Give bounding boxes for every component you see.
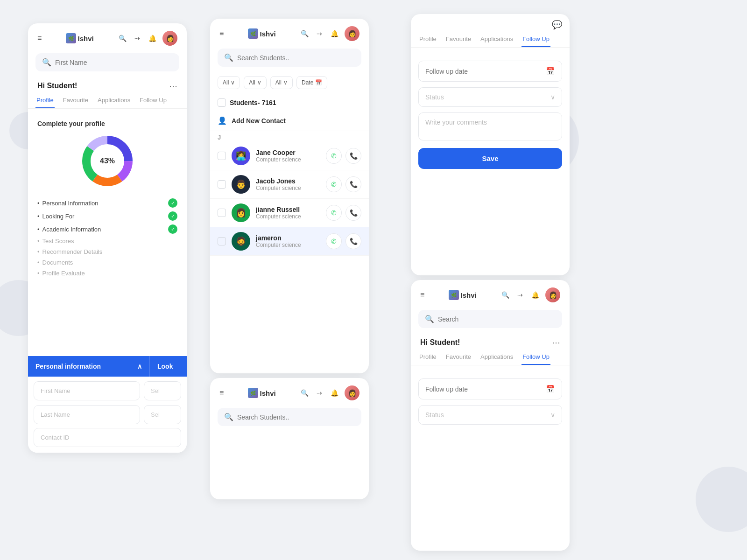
search-input-1[interactable] — [55, 59, 173, 66]
accordion-section: Personal information ∧ Look First Name S… — [28, 356, 187, 453]
search-bar-2[interactable]: 🔍 — [218, 49, 361, 67]
search-bar-5[interactable]: 🔍 — [218, 408, 361, 426]
hamburger-icon-5[interactable]: ≡ — [219, 389, 224, 397]
bell-icon-2[interactable]: 🔔 — [330, 29, 339, 38]
last-name-field[interactable]: Last Name — [34, 405, 140, 424]
avatar-5[interactable]: 👩 — [345, 385, 359, 400]
share-icon-2[interactable]: ⇢ — [315, 29, 324, 38]
student-info-2: jianne Russell Computer science — [256, 206, 320, 220]
follow-up-date-input-4[interactable] — [425, 385, 546, 393]
student-checkbox-1[interactable] — [218, 180, 226, 189]
date-input-row-4[interactable]: 📅 — [418, 378, 562, 399]
search-input-5[interactable] — [237, 413, 355, 421]
status-select-4[interactable]: Status ∨ — [418, 405, 562, 425]
status-select-1[interactable]: Status ∨ — [418, 87, 562, 107]
select-all-checkbox[interactable] — [218, 98, 226, 107]
filter-row: All ∨ All ∨ All ∨ Date 📅 — [210, 72, 369, 95]
date-input-row-1[interactable]: 📅 — [418, 61, 562, 82]
logo-5: 🌿 Ishvi — [248, 388, 276, 398]
tab-followup-3[interactable]: Follow Up — [521, 32, 550, 47]
whatsapp-btn-1[interactable]: ✆ — [326, 176, 342, 192]
donut-percent: 43% — [100, 157, 115, 165]
call-btn-0[interactable]: 📞 — [345, 148, 361, 164]
avatar-1[interactable]: 👩 — [162, 31, 177, 46]
logo-2: 🌿 Ishvi — [248, 28, 276, 39]
search-bar-4[interactable]: 🔍 — [418, 310, 562, 328]
hamburger-icon-4[interactable]: ≡ — [420, 291, 424, 299]
tab-profile-4[interactable]: Profile — [418, 350, 437, 365]
tab-favourite-4[interactable]: Favourite — [445, 350, 472, 365]
student-checkbox-0[interactable] — [218, 152, 226, 160]
bell-icon-1[interactable]: 🔔 — [148, 34, 157, 43]
tab-profile-3[interactable]: Profile — [418, 32, 437, 47]
greeting-text-1: Hi Student! — [37, 82, 77, 90]
app-header-2: ≡ 🌿 Ishvi 🔍 ⇢ 🔔 👩 — [210, 19, 369, 49]
brand-name-5: Ishvi — [260, 389, 276, 397]
tab-followup-1[interactable]: Follow Up — [139, 93, 168, 108]
tab-profile-1[interactable]: Profile — [35, 93, 55, 108]
save-button-1[interactable]: Save — [418, 148, 562, 169]
search-input-2[interactable] — [237, 54, 355, 62]
filter-all-1[interactable]: All ∨ — [218, 76, 240, 89]
student-checkbox-3[interactable] — [218, 237, 226, 245]
students-count: Students- 7161 — [210, 95, 369, 111]
nav-tabs-4: Profile Favourite Applications Follow Up — [411, 350, 570, 365]
contact-id-field[interactable]: Contact ID — [34, 428, 181, 447]
search-bar-1[interactable]: 🔍 — [35, 53, 179, 71]
call-btn-1[interactable]: 📞 — [345, 176, 361, 192]
student-checkbox-2[interactable] — [218, 209, 226, 217]
followup-section-4: 📅 Status ∨ — [411, 371, 570, 438]
accordion-row: Personal information ∧ Look — [28, 356, 187, 377]
follow-up-date-input-1[interactable] — [425, 68, 546, 75]
brand-name-4: Ishvi — [461, 291, 477, 299]
table-row[interactable]: 👨 Jacob Jones Computer science ✆ 📞 — [210, 170, 369, 199]
hamburger-icon-2[interactable]: ≡ — [219, 29, 224, 38]
logo-icon-1: 🌿 — [66, 33, 76, 43]
hamburger-icon[interactable]: ≡ — [37, 34, 42, 42]
tab-applications-4[interactable]: Applications — [479, 350, 514, 365]
search-icon-2[interactable]: 🔍 — [300, 29, 309, 38]
share-icon-1[interactable]: ⇢ — [133, 34, 142, 43]
filter-all-2[interactable]: All ∨ — [244, 76, 266, 89]
first-name-field[interactable]: First Name — [34, 381, 140, 400]
search-icon-4[interactable]: 🔍 — [500, 290, 510, 300]
accordion-look[interactable]: Look — [149, 356, 187, 377]
tab-favourite-1[interactable]: Favourite — [62, 93, 89, 108]
accordion-personal[interactable]: Personal information ∧ — [28, 356, 149, 377]
check-item-2: •Academic Information ✓ — [37, 223, 177, 236]
tab-applications-3[interactable]: Applications — [479, 32, 514, 47]
avatar-4[interactable]: 👩 — [545, 287, 560, 302]
chat-icon-1[interactable]: ⋯ — [169, 81, 177, 91]
bell-icon-5[interactable]: 🔔 — [330, 388, 339, 398]
sel-field-2[interactable]: Sel — [144, 405, 181, 424]
add-contact-row[interactable]: 👤 Add New Contact — [210, 111, 369, 131]
call-btn-2[interactable]: 📞 — [345, 205, 361, 221]
search-input-4[interactable] — [438, 315, 556, 323]
search-icon-1[interactable]: 🔍 — [118, 34, 127, 43]
message-icon-3[interactable]: 💬 — [552, 20, 562, 30]
search-icon-5[interactable]: 🔍 — [300, 388, 309, 398]
share-icon-4[interactable]: ⇢ — [515, 290, 525, 300]
brand-name-2: Ishvi — [260, 30, 276, 38]
table-row[interactable]: 🧔 jameron Computer science ✆ 📞 — [210, 227, 369, 256]
whatsapp-btn-0[interactable]: ✆ — [326, 148, 342, 164]
date-filter[interactable]: Date 📅 — [296, 76, 327, 89]
whatsapp-btn-2[interactable]: ✆ — [326, 205, 342, 221]
table-row[interactable]: 👩 jianne Russell Computer science ✆ 📞 — [210, 199, 369, 227]
chat-icon-4[interactable]: ⋯ — [552, 337, 560, 348]
whatsapp-btn-3[interactable]: ✆ — [326, 233, 342, 249]
sel-field[interactable]: Sel — [144, 381, 181, 400]
comment-area-1[interactable]: Write your comments — [418, 112, 562, 140]
call-btn-3[interactable]: 📞 — [345, 233, 361, 249]
avatar-2[interactable]: 👩 — [345, 26, 359, 41]
tab-favourite-3[interactable]: Favourite — [445, 32, 472, 47]
header-icons-1: 🔍 ⇢ 🔔 👩 — [118, 31, 177, 46]
tab-followup-4[interactable]: Follow Up — [521, 350, 550, 365]
student-actions-3: ✆ 📞 — [326, 233, 361, 249]
nav-tabs-1: Profile Favourite Applications Follow Up — [28, 93, 187, 109]
tab-applications-1[interactable]: Applications — [97, 93, 131, 108]
filter-all-3[interactable]: All ∨ — [270, 76, 293, 89]
bell-icon-4[interactable]: 🔔 — [530, 290, 540, 300]
table-row[interactable]: 👩‍💻 Jane Cooper Computer science ✆ 📞 — [210, 142, 369, 170]
share-icon-5[interactable]: ⇢ — [315, 388, 324, 398]
